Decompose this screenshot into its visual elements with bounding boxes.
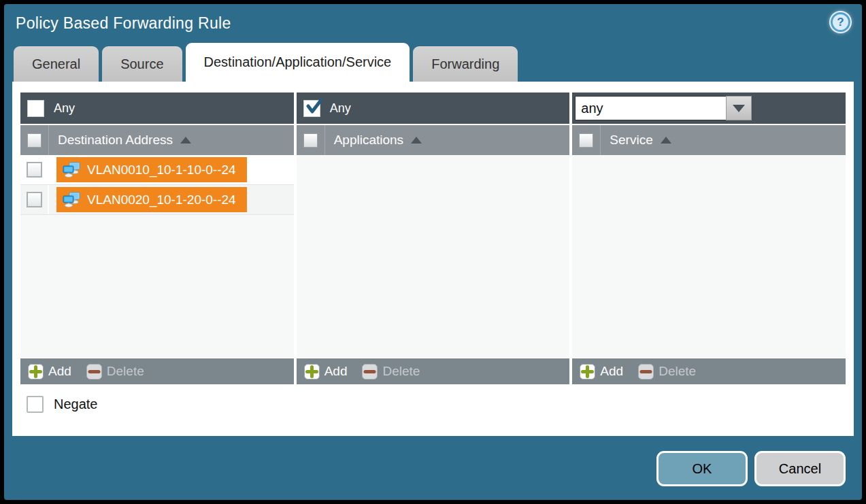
add-button[interactable]: Add xyxy=(28,364,71,380)
destination-any-label: Any xyxy=(54,101,75,116)
destination-any-bar: Any xyxy=(20,93,294,124)
destination-address-label: VLAN0020_10-1-20-0--24 xyxy=(87,192,236,207)
service-dropdown xyxy=(575,96,752,120)
service-dropdown-input[interactable] xyxy=(575,96,726,120)
dialog-titlebar: Policy Based Forwarding Rule ? xyxy=(4,4,862,42)
add-button-label: Add xyxy=(324,364,348,379)
screen: Policy Based Forwarding Rule ? General S… xyxy=(0,0,866,504)
destination-any-checkbox[interactable] xyxy=(27,100,44,117)
cancel-button[interactable]: Cancel xyxy=(754,451,846,486)
service-header-row: Service xyxy=(572,125,846,155)
table-row: VLAN0010_10-1-10-0--24 xyxy=(20,155,294,185)
negate-label: Negate xyxy=(54,397,98,412)
delete-button-label: Delete xyxy=(659,364,696,379)
dropdown-button[interactable] xyxy=(726,96,752,120)
destination-address-entry[interactable]: VLAN0020_10-1-20-0--24 xyxy=(56,187,247,212)
destination-list: VLAN0010_10-1-10-0--24 xyxy=(20,155,294,357)
applications-header-row: Applications xyxy=(297,125,570,155)
service-select-all-checkbox[interactable] xyxy=(579,133,593,148)
service-list xyxy=(572,155,846,357)
tab-general[interactable]: General xyxy=(14,46,99,82)
add-plus-icon xyxy=(28,364,44,380)
applications-select-all-checkbox[interactable] xyxy=(303,133,318,148)
applications-footer-bar: Add Delete xyxy=(297,357,570,384)
negate-checkbox[interactable] xyxy=(27,396,44,413)
delete-button[interactable]: Delete xyxy=(638,364,696,380)
delete-button[interactable]: Delete xyxy=(86,364,144,380)
destination-address-column: Any Destination Address xyxy=(20,93,294,384)
delete-button-label: Delete xyxy=(382,364,420,379)
row-checkbox-cell xyxy=(20,185,49,214)
tab-content-panel: Any Destination Address xyxy=(12,82,854,436)
service-footer-bar: Add Delete xyxy=(572,357,846,384)
destination-select-all-checkbox[interactable] xyxy=(27,133,41,148)
network-address-icon xyxy=(63,162,81,178)
add-button-label: Add xyxy=(48,364,71,379)
destination-header-row: Destination Address xyxy=(20,125,294,155)
ok-button[interactable]: OK xyxy=(656,451,748,486)
delete-button[interactable]: Delete xyxy=(362,364,420,380)
applications-any-checkbox[interactable] xyxy=(303,100,320,117)
applications-select-all-cell xyxy=(297,125,325,155)
add-button-label: Add xyxy=(600,364,623,379)
applications-column-header[interactable]: Applications xyxy=(334,133,403,148)
delete-minus-icon xyxy=(638,364,654,380)
service-dropdown-bar xyxy=(572,93,846,124)
service-select-all-cell xyxy=(572,125,601,155)
tab-bar: General Source Destination/Application/S… xyxy=(4,42,862,82)
network-address-icon xyxy=(63,192,81,207)
policy-based-forwarding-dialog: Policy Based Forwarding Rule ? General S… xyxy=(4,4,862,500)
checkmark-icon xyxy=(305,97,325,117)
add-button[interactable]: Add xyxy=(304,364,348,380)
destination-column-header[interactable]: Destination Address xyxy=(58,133,173,148)
tab-forwarding[interactable]: Forwarding xyxy=(413,46,518,82)
negate-row: Negate xyxy=(27,396,854,413)
dialog-title: Policy Based Forwarding Rule xyxy=(16,14,231,33)
service-column: Service Add xyxy=(572,93,846,384)
dialog-footer: OK Cancel xyxy=(656,451,846,486)
sort-ascending-icon[interactable] xyxy=(661,137,671,144)
row-checkbox-cell xyxy=(20,155,49,184)
delete-button-label: Delete xyxy=(107,364,144,379)
delete-minus-icon xyxy=(362,364,378,380)
destination-address-entry[interactable]: VLAN0010_10-1-10-0--24 xyxy=(56,157,247,182)
tab-source[interactable]: Source xyxy=(102,46,182,82)
applications-any-label: Any xyxy=(330,101,351,116)
applications-column: Any Applications xyxy=(297,93,570,384)
help-icon[interactable]: ? xyxy=(831,12,850,32)
columns-container: Any Destination Address xyxy=(12,82,854,384)
sort-ascending-icon[interactable] xyxy=(411,137,422,144)
table-row: VLAN0020_10-1-20-0--24 xyxy=(20,185,294,215)
chevron-down-icon xyxy=(733,105,745,112)
row-checkbox[interactable] xyxy=(27,162,42,178)
add-button[interactable]: Add xyxy=(580,364,623,380)
delete-minus-icon xyxy=(86,364,102,380)
tab-destination-application-service[interactable]: Destination/Application/Service xyxy=(186,43,410,82)
add-plus-icon xyxy=(580,364,595,380)
add-plus-icon xyxy=(304,364,320,380)
destination-select-all-cell xyxy=(20,125,49,155)
row-checkbox[interactable] xyxy=(27,192,42,207)
applications-list xyxy=(297,155,570,357)
destination-address-label: VLAN0010_10-1-10-0--24 xyxy=(87,163,236,178)
applications-any-bar: Any xyxy=(297,93,570,124)
destination-footer-bar: Add Delete xyxy=(20,357,294,384)
service-column-header[interactable]: Service xyxy=(610,133,652,148)
sort-ascending-icon[interactable] xyxy=(180,137,191,144)
